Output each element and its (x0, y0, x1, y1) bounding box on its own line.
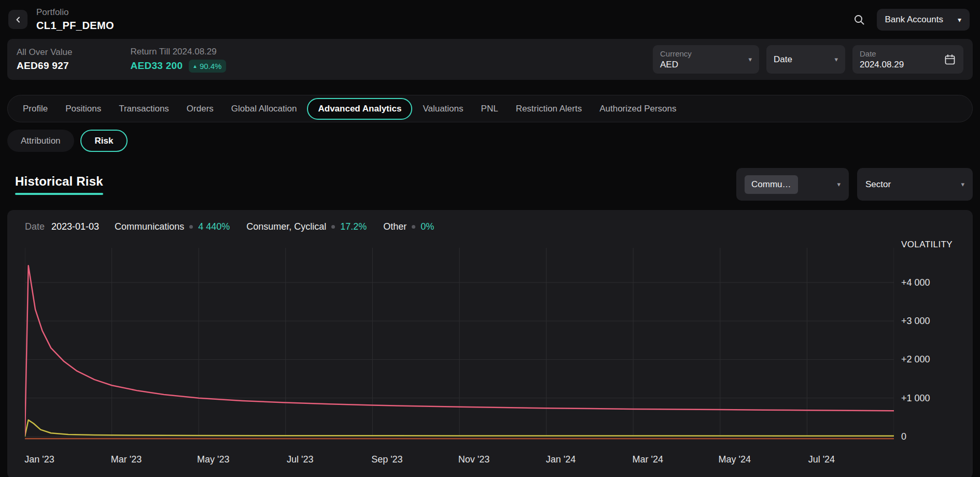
return-row: AED33 200 ▴ 90.4% (130, 60, 226, 73)
chevron-down-icon: ▾ (834, 56, 838, 63)
return-label: Return Till 2024.08.29 (130, 47, 226, 57)
currency-value: AED (660, 60, 692, 70)
title-block: Portfolio CL1_PF_DEMO (36, 7, 114, 32)
y-axis-label: +3 000 (901, 316, 930, 327)
return-stat: Return Till 2024.08.29 AED33 200 ▴ 90.4% (130, 47, 226, 73)
stats-panel: All Over Value AED69 927 Return Till 202… (7, 39, 973, 80)
return-change-value: 90.4% (200, 62, 222, 71)
sector-filter-dropdown[interactable]: Sector ▾ (857, 168, 973, 201)
calendar-icon (944, 53, 956, 66)
search-button[interactable] (853, 13, 865, 26)
legend-value: 0% (421, 221, 434, 232)
subtab-row: AttributionRisk (7, 130, 973, 152)
chevron-left-icon (15, 16, 22, 23)
page-title: CL1_PF_DEMO (36, 20, 114, 32)
y-axis-label: +4 000 (901, 277, 930, 288)
subtab-attribution[interactable]: Attribution (7, 130, 74, 152)
x-axis-label: Jan '23 (24, 454, 54, 465)
back-button[interactable] (8, 10, 27, 29)
risk-line-chart (25, 248, 894, 441)
subtab-risk[interactable]: Risk (80, 130, 128, 152)
legend-date-value: 2023-01-03 (51, 221, 99, 232)
all-over-value-label: All Over Value (17, 47, 72, 58)
tab-valuations[interactable]: Valuations (414, 98, 472, 120)
legend-item-communications: Communications4 440% (115, 221, 230, 232)
all-over-value-amount: AED69 927 (17, 60, 72, 72)
section-filters: Commu… ▾ Sector ▾ (736, 168, 973, 201)
currency-dropdown-text: Currency AED (660, 49, 692, 70)
stats-filters: Currency AED ▾ Date ▾ Date 2024.08.29 (653, 45, 963, 74)
tab-authorized-persons[interactable]: Authorized Persons (591, 98, 685, 120)
return-amount: AED33 200 (130, 60, 183, 72)
y-axis-label: 0 (901, 431, 906, 442)
sector-filter-value: Sector (865, 179, 891, 190)
chart-legend: Date 2023-01-03 Communications4 440%Cons… (25, 221, 973, 232)
x-axis-label: Jul '24 (808, 454, 835, 465)
chevron-down-icon: ▾ (837, 181, 841, 188)
plot-area[interactable]: Jan '23Mar '23May '23Jul '23Sep '23Nov '… (25, 248, 894, 473)
legend-value: 17.2% (340, 221, 367, 232)
section-title: Historical Risk (15, 174, 103, 189)
legend-name: Communications (115, 221, 184, 232)
section-title-wrap: Historical Risk (15, 174, 103, 195)
historical-risk-panel: Date 2023-01-03 Communications4 440%Cons… (7, 210, 973, 477)
x-axis-label: Mar '23 (111, 454, 142, 465)
legend-date: Date 2023-01-03 (25, 221, 99, 232)
all-over-value-stat: All Over Value AED69 927 (17, 47, 72, 72)
legend-dot-icon (412, 225, 415, 229)
x-axis-label: Jan '24 (546, 454, 576, 465)
legend-name: Consumer, Cyclical (246, 221, 326, 232)
header-actions: Bank Accounts ▾ (853, 9, 970, 31)
page-eyebrow: Portfolio (36, 7, 114, 18)
x-axis-label: Mar '24 (632, 454, 663, 465)
x-axis-label: Nov '23 (458, 454, 489, 465)
arrow-up-icon: ▴ (193, 63, 197, 69)
chart-body: Jan '23Mar '23May '23Jul '23Sep '23Nov '… (7, 248, 973, 473)
chevron-down-icon: ▾ (958, 16, 961, 23)
date-picker-label: Date (860, 49, 904, 58)
tab-pnl[interactable]: PNL (472, 98, 507, 120)
tab-advanced-analytics[interactable]: Advanced Analytics (307, 98, 412, 120)
chevron-down-icon: ▾ (748, 56, 752, 63)
chevron-down-icon: ▾ (961, 181, 964, 188)
tab-transactions[interactable]: Transactions (110, 98, 178, 120)
tab-positions[interactable]: Positions (57, 98, 110, 120)
return-change-badge: ▴ 90.4% (189, 60, 226, 73)
header: Portfolio CL1_PF_DEMO Bank Accounts ▾ (0, 0, 980, 39)
date-dropdown-label: Date (774, 54, 792, 65)
legend-name: Other (383, 221, 407, 232)
date-picker-value: 2024.08.29 (860, 60, 904, 70)
legend-items: Communications4 440%Consumer, Cyclical17… (115, 221, 434, 232)
bank-accounts-dropdown[interactable]: Bank Accounts ▾ (877, 9, 970, 31)
legend-item-consumer-cyclical: Consumer, Cyclical17.2% (246, 221, 367, 232)
series-filter-dropdown[interactable]: Commu… ▾ (736, 168, 849, 201)
date-dropdown[interactable]: Date ▾ (766, 45, 845, 74)
legend-dot-icon (331, 225, 335, 229)
series-filter-chip[interactable]: Commu… (745, 175, 798, 194)
title-underline (15, 193, 103, 195)
search-icon (853, 13, 865, 26)
y-axis-title: VOLATILITY (901, 240, 953, 250)
legend-item-other: Other0% (383, 221, 434, 232)
x-axis-label: Jul '23 (287, 454, 313, 465)
x-axis-label: May '23 (197, 454, 229, 465)
x-axis-label: May '24 (719, 454, 751, 465)
legend-dot-icon (189, 225, 193, 229)
legend-value: 4 440% (198, 221, 230, 232)
date-picker-text: Date 2024.08.29 (860, 49, 904, 70)
tab-restriction-alerts[interactable]: Restriction Alerts (507, 98, 591, 120)
date-picker[interactable]: Date 2024.08.29 (852, 45, 963, 74)
bank-accounts-label: Bank Accounts (885, 15, 943, 25)
tab-bar: ProfilePositionsTransactionsOrdersGlobal… (7, 95, 973, 122)
historical-risk-header: Historical Risk Commu… ▾ Sector ▾ (7, 168, 973, 201)
tab-orders[interactable]: Orders (178, 98, 222, 120)
tab-global-allocation[interactable]: Global Allocation (222, 98, 306, 120)
x-axis-label: Sep '23 (371, 454, 403, 465)
currency-dropdown[interactable]: Currency AED ▾ (653, 45, 759, 74)
x-axis: Jan '23Mar '23May '23Jul '23Sep '23Nov '… (25, 454, 894, 473)
currency-label: Currency (660, 49, 692, 58)
y-axis-label: +1 000 (901, 392, 930, 403)
y-axis-label: +2 000 (901, 354, 930, 365)
y-axis: VOLATILITY +4 000+3 000+2 000+1 0000 (894, 248, 973, 473)
tab-profile[interactable]: Profile (14, 98, 57, 120)
